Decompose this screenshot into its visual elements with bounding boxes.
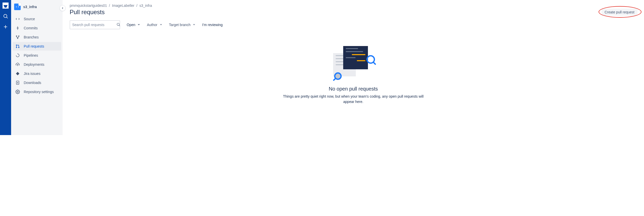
- main-content: pmmquickstartguides01 / ImageLabeller / …: [63, 0, 644, 135]
- breadcrumb-separator: /: [109, 4, 110, 8]
- empty-illustration-icon: [333, 45, 373, 80]
- create-pull-request-button[interactable]: Create pull request: [602, 9, 637, 16]
- empty-state-description: Things are pretty quiet right now, but w…: [283, 94, 424, 104]
- svg-line-1: [7, 17, 8, 18]
- sidebar-item-label: Branches: [24, 35, 39, 39]
- sidebar-item-label: Commits: [24, 26, 38, 30]
- chevron-down-icon: [193, 23, 196, 27]
- gear-icon: [15, 89, 20, 94]
- sidebar-item-label: Pipelines: [24, 53, 38, 57]
- page-title: Pull requests: [70, 9, 637, 16]
- sidebar-item-source[interactable]: Source: [13, 15, 61, 23]
- sidebar-item-deployments[interactable]: Deployments: [13, 60, 61, 69]
- sidebar-item-commits[interactable]: Commits: [13, 24, 61, 32]
- svg-point-18: [117, 23, 119, 25]
- sidebar-item-pull-requests[interactable]: Pull requests: [13, 42, 61, 51]
- filter-author[interactable]: Author: [147, 23, 162, 27]
- filter-state[interactable]: Open: [127, 23, 140, 27]
- svg-point-10: [16, 45, 17, 46]
- filter-target-branch[interactable]: Target branch: [169, 23, 196, 27]
- commit-icon: [15, 26, 20, 31]
- bitbucket-logo-icon[interactable]: [3, 3, 9, 9]
- svg-point-17: [17, 91, 18, 93]
- filter-label: Open: [127, 23, 135, 27]
- filter-im-reviewing[interactable]: I'm reviewing: [202, 23, 223, 27]
- code-icon: [15, 16, 20, 21]
- search-pull-requests[interactable]: [70, 20, 120, 29]
- svg-point-11: [16, 47, 17, 48]
- pipelines-icon: [15, 53, 20, 58]
- repo-avatar-icon: [14, 4, 21, 10]
- search-input[interactable]: [72, 23, 116, 27]
- breadcrumb: pmmquickstartguides01 / ImageLabeller / …: [70, 4, 637, 8]
- sidebar-item-label: Deployments: [24, 62, 44, 67]
- pull-request-icon: [15, 44, 20, 49]
- sidebar-header: s3_infra: [11, 4, 63, 13]
- branch-icon: [15, 35, 20, 40]
- empty-state-title: No open pull requests: [329, 86, 378, 92]
- svg-point-7: [16, 36, 17, 36]
- search-icon[interactable]: [3, 13, 9, 19]
- svg-point-4: [17, 28, 18, 29]
- app-root: s3_infra Source Commits Branches Pull re…: [0, 0, 644, 135]
- sidebar-item-branches[interactable]: Branches: [13, 33, 61, 41]
- sidebar-item-repo-settings[interactable]: Repository settings: [13, 88, 61, 96]
- download-icon: [15, 80, 20, 85]
- breadcrumb-separator: /: [136, 4, 137, 8]
- filters-bar: Open Author Target branch I'm reviewing: [70, 20, 637, 29]
- breadcrumb-repo[interactable]: s3_infra: [139, 4, 152, 8]
- sidebar-item-label: Downloads: [24, 81, 41, 85]
- sidebar-item-label: Pull requests: [24, 44, 44, 48]
- sidebar-item-downloads[interactable]: Downloads: [13, 78, 61, 87]
- jira-icon: [15, 71, 20, 76]
- sidebar-item-jira-issues[interactable]: Jira issues: [13, 69, 61, 78]
- chevron-down-icon: [137, 23, 140, 27]
- sidebar-item-label: Repository settings: [24, 90, 54, 94]
- svg-point-0: [4, 14, 7, 18]
- chevron-down-icon: [159, 23, 163, 27]
- sidebar: s3_infra Source Commits Branches Pull re…: [11, 0, 63, 135]
- svg-point-8: [18, 36, 19, 36]
- repo-name: s3_infra: [23, 5, 37, 9]
- sidebar-nav: Source Commits Branches Pull requests Pi…: [11, 13, 63, 96]
- breadcrumb-project[interactable]: ImageLabeller: [112, 4, 135, 8]
- sidebar-item-label: Jira issues: [24, 72, 40, 76]
- sidebar-item-pipelines[interactable]: Pipelines: [13, 51, 61, 60]
- breadcrumb-workspace[interactable]: pmmquickstartguides01: [70, 4, 107, 8]
- svg-point-9: [17, 38, 18, 39]
- sidebar-item-label: Source: [24, 17, 35, 21]
- filter-label: Author: [147, 23, 157, 27]
- filter-label: Target branch: [169, 23, 191, 27]
- global-nav: [0, 0, 11, 135]
- svg-line-19: [119, 25, 120, 26]
- cloud-upload-icon: [15, 62, 20, 67]
- empty-state: No open pull requests Things are pretty …: [283, 45, 424, 104]
- create-plus-icon[interactable]: [3, 24, 9, 30]
- search-icon: [116, 23, 120, 27]
